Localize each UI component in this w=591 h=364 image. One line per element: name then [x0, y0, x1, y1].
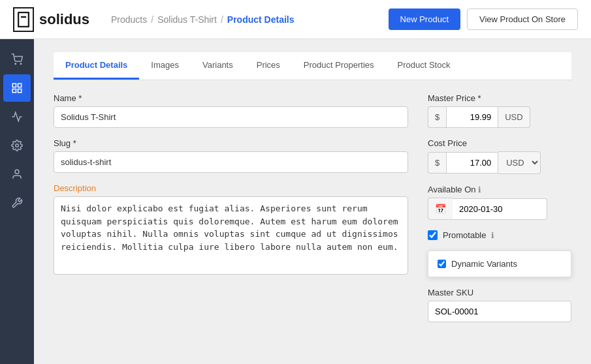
form-right: Master Price * $ USD Cost Price $ USD [428, 93, 571, 322]
master-price-label: Master Price * [428, 93, 571, 103]
form-left: Name * Slug * Description Nisi dolor exp… [54, 93, 408, 322]
master-price-group: Master Price * $ USD [428, 93, 571, 128]
tab-product-properties[interactable]: Product Properties [292, 52, 386, 80]
sidebar-item-cart[interactable] [3, 46, 31, 73]
logo-icon [13, 7, 34, 32]
tab-prices[interactable]: Prices [245, 52, 292, 80]
sidebar [0, 39, 34, 364]
cost-price-input[interactable] [446, 152, 498, 174]
available-on-input[interactable] [453, 198, 547, 220]
description-label: Description [54, 183, 408, 193]
master-sku-group: Master SKU [428, 288, 571, 322]
form-area: Name * Slug * Description Nisi dolor exp… [54, 93, 571, 322]
promotable-label: Promotable [443, 230, 486, 240]
dynamic-variants-label: Dynamic Variants [451, 259, 517, 269]
available-on-label: Available On ℹ [428, 185, 571, 194]
slug-field-group: Slug * [54, 138, 408, 173]
top-nav-actions: New Product View Product On Store [389, 8, 578, 30]
breadcrumb: Products / Solidus T-Shirt / Product Det… [111, 14, 375, 25]
name-input[interactable] [54, 106, 408, 128]
breadcrumb-products[interactable]: Products [111, 14, 147, 25]
calendar-icon: 📅 [428, 198, 453, 220]
name-label: Name * [54, 93, 408, 103]
svg-rect-4 [12, 83, 16, 87]
master-sku-input[interactable] [428, 301, 571, 322]
tab-product-details[interactable]: Product Details [54, 52, 139, 80]
available-on-group: Available On ℹ 📅 [428, 185, 571, 220]
tabs-bar: Product Details Images Variants Prices P… [54, 52, 571, 80]
view-store-button[interactable]: View Product On Store [467, 8, 578, 30]
cost-price-group: Cost Price $ USD EUR GBP [428, 138, 571, 174]
svg-rect-0 [18, 12, 29, 27]
breadcrumb-sep-2: / [221, 14, 223, 25]
svg-rect-6 [18, 89, 22, 93]
slug-input[interactable] [54, 151, 408, 173]
logo: solidus [13, 7, 98, 32]
cost-price-label: Cost Price [428, 138, 571, 148]
slug-label: Slug * [54, 138, 408, 148]
promotable-group: Promotable ℹ [428, 230, 571, 240]
sidebar-item-users[interactable] [3, 160, 31, 188]
sidebar-item-promotions[interactable] [3, 103, 31, 130]
master-sku-label: Master SKU [428, 288, 571, 297]
logo-text: solidus [39, 11, 89, 28]
tab-variants[interactable]: Variants [191, 52, 245, 80]
cost-price-prefix: $ [428, 152, 446, 174]
svg-point-2 [15, 63, 16, 65]
cost-price-currency-select[interactable]: USD EUR GBP [498, 151, 541, 174]
breadcrumb-tshirt[interactable]: Solidus T-Shirt [157, 14, 217, 25]
svg-point-8 [16, 144, 19, 147]
svg-point-9 [15, 170, 19, 174]
cost-price-row: $ USD EUR GBP [428, 151, 571, 174]
description-field-group: Description Nisi dolor explicabo est fug… [54, 183, 408, 277]
sidebar-item-products[interactable] [3, 74, 31, 102]
description-textarea[interactable]: Nisi dolor explicabo est fugiat alias. A… [54, 196, 408, 275]
tab-images[interactable]: Images [139, 52, 191, 80]
svg-point-3 [20, 63, 22, 65]
dynamic-variants-checkbox[interactable] [438, 260, 446, 268]
top-nav: solidus Products / Solidus T-Shirt / Pro… [0, 0, 591, 39]
sidebar-item-config[interactable] [3, 132, 31, 159]
master-price-row: $ USD [428, 106, 571, 128]
svg-rect-5 [18, 83, 22, 87]
available-on-info-icon: ℹ [478, 185, 481, 194]
new-product-button[interactable]: New Product [389, 8, 460, 30]
breadcrumb-sep-1: / [151, 14, 153, 25]
master-price-prefix: $ [428, 106, 446, 128]
sidebar-item-tools[interactable] [3, 189, 31, 217]
breadcrumb-current: Product Details [227, 14, 295, 25]
available-on-row: 📅 [428, 198, 571, 220]
svg-rect-7 [12, 89, 16, 93]
master-price-currency: USD [498, 106, 530, 128]
content-area: Product Details Images Variants Prices P… [34, 39, 591, 364]
main-layout: Product Details Images Variants Prices P… [0, 39, 591, 364]
master-price-input[interactable] [446, 106, 498, 128]
promotable-checkbox[interactable] [428, 230, 438, 240]
tab-product-stock[interactable]: Product Stock [386, 52, 462, 80]
dynamic-variants-box: Dynamic Variants [428, 250, 571, 277]
name-field-group: Name * [54, 93, 408, 128]
promotable-info-icon: ℹ [491, 231, 494, 240]
